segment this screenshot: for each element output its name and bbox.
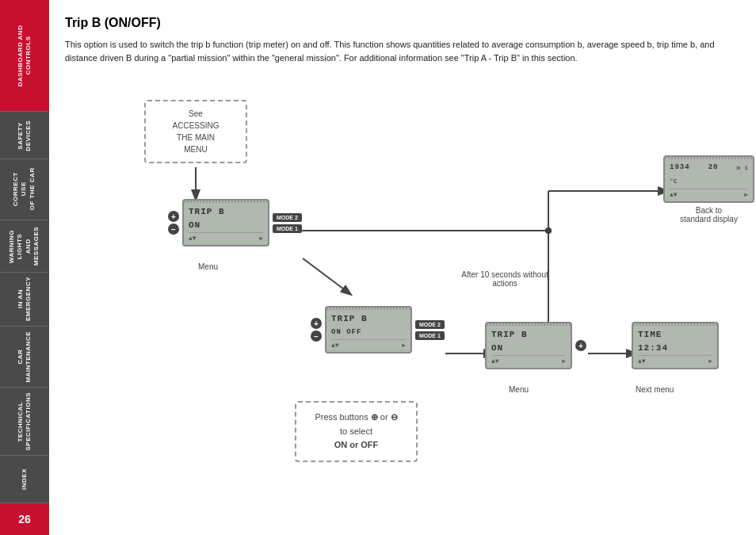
menu-label-1: Menu [198,262,218,271]
back-to-standard-label: Back tostandard display [663,206,754,224]
mode-buttons-1: MODE 2 MODE 1 [273,213,302,233]
lcd-group-1: + − TRIP B ON ▲▼ ▶ MODE 2 MODE 1 [168,199,302,246]
pm-group-1: + − [168,211,179,235]
mode1-btn-2[interactable]: MODE 1 [415,331,445,340]
plus-btn-1[interactable]: + [168,211,179,222]
lcd-group-4: TIME 12:34 ▲▼ ▶ [632,322,719,369]
main-content: Trip B (ON/OFF) This option is used to s… [49,0,756,535]
plus-btn-2[interactable]: + [311,318,322,329]
svg-line-5 [303,258,350,294]
lcd-group-5: 1934 20 m i °C ▲▼ ▶ Back tostandard disp… [663,155,754,224]
lcd1-line1: TRIP B [189,207,225,216]
mode2-btn-2[interactable]: MODE 2 [415,320,445,329]
lcd2-line1: TRIP B [331,314,368,323]
lcd-display-4: TIME 12:34 ▲▼ ▶ [632,322,719,369]
lcd2-line2: ON OFF [331,328,361,336]
sidebar-tab-warning[interactable]: WARNINGLIGHTS ANDMESSAGES [0,220,49,273]
page-description: This option is used to switch the trip b… [65,38,736,64]
lcd4-line1: TIME [638,330,662,339]
lcd5-value: 20 [708,163,719,171]
lcd-display-2: TRIP B ON OFF ▲▼ ▶ [325,306,412,353]
lcd-group-3: TRIP B ON ▲▼ ▶ + [485,322,586,369]
lcd3-line1: TRIP B [491,330,528,339]
mode2-btn-1[interactable]: MODE 2 [273,213,302,222]
minus-btn-1[interactable]: − [168,224,179,235]
on-or-off-text: ON or OFF [334,440,379,449]
page-number: 26 [18,513,31,525]
page-title: Trip B (ON/OFF) [65,16,736,30]
sidebar-tab-index[interactable]: INDEX [0,456,49,503]
pm-group-3: + [575,340,586,351]
pm-group-2: + − [311,318,322,342]
lcd3-line2: ON [491,343,503,353]
menu-label-2: Menu [509,385,529,394]
next-menu-label: Next menu [636,385,674,394]
lcd-display-5: 1934 20 m i °C ▲▼ ▶ [663,155,754,203]
sidebar-tab-technical[interactable]: TECHNICALSPECIFICATIONS [0,388,49,456]
sidebar-tab-safety[interactable]: SAFETYDEVICES [0,112,49,159]
svg-point-2 [545,227,552,234]
lcd-display-3: TRIP B ON ▲▼ ▶ [485,322,572,369]
lcd-display-1: TRIP B ON ▲▼ ▶ [182,199,269,246]
mode-buttons-2: MODE 2 MODE 1 [415,320,445,340]
lcd5-line1: 1934 [670,163,690,171]
page-number-box: 26 [0,503,49,535]
minus-btn-2[interactable]: − [311,331,322,342]
sidebar: DASHBOARD AND CONTROLS SAFETYDEVICES COR… [0,0,49,535]
after-10-seconds-label: After 10 seconds without actions [453,270,556,288]
mode1-btn-1[interactable]: MODE 1 [273,224,302,233]
lcd4-line2: 12:34 [638,343,668,353]
diagram-area: SeeACCESSINGTHE MAINMENU + − TRIP B ON ▲… [65,76,736,425]
plus-btn-3[interactable]: + [575,340,586,351]
sidebar-tab-emergency[interactable]: IN ANEMERGENCY [0,273,49,327]
lcd-group-2: + − TRIP B ON OFF ▲▼ ▶ MODE 2 MODE 1 [311,306,445,353]
accessing-menu-box: SeeACCESSINGTHE MAINMENU [144,100,247,163]
press-buttons-text: Press buttons ⊕ or ⊖ to select ON or OFF [308,411,404,453]
lcd1-line2: ON [189,220,200,230]
accessing-menu-label: SeeACCESSINGTHE MAINMENU [173,109,220,154]
sidebar-tab-dashboard[interactable]: DASHBOARD AND CONTROLS [0,0,49,112]
sidebar-tab-maintenance[interactable]: CARMAINTENANCE [0,327,49,388]
sidebar-tab-correct-use[interactable]: CORRECT USEOF THE CAR [0,159,49,220]
press-buttons-box: Press buttons ⊕ or ⊖ to select ON or OFF [295,401,418,462]
